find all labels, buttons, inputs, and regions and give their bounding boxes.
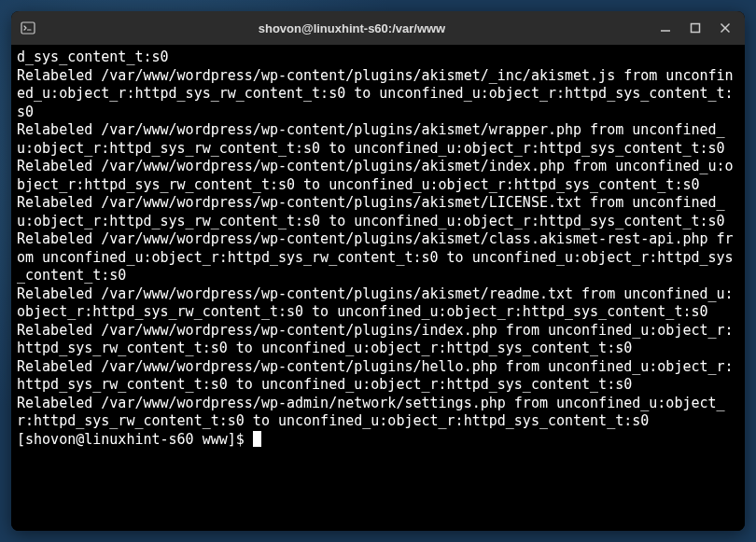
- terminal-output-line: Relabeled /var/www/wordpress/wp-admin/ne…: [17, 395, 725, 430]
- window-controls: [659, 21, 737, 35]
- terminal-output-line: Relabeled /var/www/wordpress/wp-content/…: [17, 285, 734, 321]
- terminal-output-line: d_sys_content_t:s0: [17, 49, 169, 65]
- terminal-output-line: Relabeled /var/www/wordpress/wp-content/…: [17, 158, 734, 193]
- maximize-button[interactable]: [689, 21, 702, 35]
- terminal-output-line: Relabeled /var/www/wordpress/wp-content/…: [17, 67, 734, 120]
- cursor: [253, 431, 261, 447]
- close-button[interactable]: [719, 21, 732, 35]
- terminal-output-line: Relabeled /var/www/wordpress/wp-content/…: [17, 121, 725, 157]
- terminal-output-line: Relabeled /var/www/wordpress/wp-content/…: [17, 230, 734, 284]
- svg-rect-0: [21, 22, 35, 34]
- window-title: shovon@linuxhint-s60:/var/www: [45, 21, 659, 35]
- titlebar[interactable]: shovon@linuxhint-s60:/var/www: [11, 11, 745, 45]
- terminal-output-line: Relabeled /var/www/wordpress/wp-content/…: [17, 358, 734, 394]
- terminal-icon: [19, 19, 37, 37]
- svg-rect-3: [692, 24, 700, 33]
- terminal-output-line: Relabeled /var/www/wordpress/wp-content/…: [17, 194, 725, 229]
- terminal-body[interactable]: d_sys_content_t:s0 Relabeled /var/www/wo…: [11, 45, 745, 531]
- shell-prompt: [shovon@linuxhint-s60 www]$: [17, 431, 253, 448]
- minimize-button[interactable]: [659, 21, 672, 35]
- terminal-output-line: Relabeled /var/www/wordpress/wp-content/…: [17, 322, 734, 357]
- terminal-window: shovon@linuxhint-s60:/var/www d_sys_cont…: [11, 11, 745, 531]
